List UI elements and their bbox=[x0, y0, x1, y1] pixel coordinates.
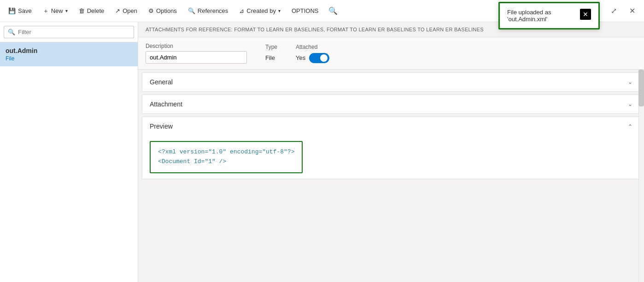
attached-value: Yes bbox=[296, 52, 305, 64]
chevron-down-icon-2: ▾ bbox=[278, 8, 281, 13]
chevron-down-icon: ▾ bbox=[65, 8, 68, 13]
sidebar-item-out-admin[interactable]: out.Admin File bbox=[0, 42, 138, 66]
sections-list: General ⌄ Attachment ⌄ Preview ⌄ bbox=[138, 70, 644, 282]
close-button[interactable]: ✕ bbox=[624, 3, 640, 19]
toggle-knob bbox=[320, 54, 328, 62]
attached-field: Attached Yes bbox=[296, 44, 329, 64]
filter-icon: ⊿ bbox=[239, 7, 244, 14]
popout-button[interactable]: ⤢ bbox=[605, 3, 622, 19]
attached-label: Attached bbox=[296, 44, 329, 50]
toast-close-button[interactable]: ✕ bbox=[580, 9, 591, 20]
attached-toggle-wrapper: Yes bbox=[296, 52, 329, 64]
scroll-thumb[interactable] bbox=[638, 70, 644, 106]
attachment-section-title: Attachment bbox=[150, 100, 182, 108]
general-section-title: General bbox=[150, 78, 173, 86]
sidebar: 🔍 out.Admin File bbox=[0, 22, 138, 282]
attachment-section: Attachment ⌄ bbox=[142, 94, 640, 114]
type-label: Type bbox=[265, 44, 277, 50]
preview-section: Preview ⌄ <?xml version="1.0" encoding="… bbox=[142, 117, 640, 179]
preview-content: <?xml version="1.0" encoding="utf-8"?> <… bbox=[142, 135, 640, 179]
code-block: <?xml version="1.0" encoding="utf-8"?> <… bbox=[150, 141, 303, 173]
code-line-1: <?xml version="1.0" encoding="utf-8"?> bbox=[158, 147, 294, 157]
new-button[interactable]: ＋ New ▾ bbox=[38, 4, 72, 18]
close-icon: ✕ bbox=[629, 6, 635, 15]
options-caps-button[interactable]: OPTIONS bbox=[287, 5, 323, 17]
form-area: Description Type File Attached Yes bbox=[138, 37, 644, 70]
description-label: Description bbox=[146, 43, 247, 49]
general-chevron-icon: ⌄ bbox=[628, 79, 632, 85]
main-layout: 🔍 out.Admin File ATTACHMENTS FOR REFEREN… bbox=[0, 22, 644, 282]
open-button[interactable]: ↗ Open bbox=[111, 5, 142, 17]
description-field: Description bbox=[146, 43, 247, 64]
delete-icon: 🗑 bbox=[79, 7, 85, 14]
sidebar-item-name: out.Admin bbox=[6, 47, 132, 54]
content-scroll: General ⌄ Attachment ⌄ Preview ⌄ bbox=[138, 70, 644, 282]
sidebar-search-area: 🔍 bbox=[0, 22, 138, 42]
references-button[interactable]: 🔍 References bbox=[183, 5, 233, 17]
general-section-header[interactable]: General ⌄ bbox=[142, 73, 640, 91]
popout-icon: ⤢ bbox=[611, 6, 617, 15]
attachment-section-header[interactable]: Attachment ⌄ bbox=[142, 95, 640, 113]
preview-section-header[interactable]: Preview ⌄ bbox=[142, 117, 640, 135]
options-button[interactable]: ⚙ Options bbox=[144, 5, 181, 17]
attached-toggle[interactable] bbox=[309, 53, 329, 63]
search-icon: 🔍 bbox=[188, 7, 195, 14]
plus-icon: ＋ bbox=[43, 7, 49, 15]
save-icon: 💾 bbox=[8, 7, 16, 14]
toast-notification: File uploaded as'out.Admin.xml' ✕ bbox=[498, 2, 600, 29]
delete-button[interactable]: 🗑 Delete bbox=[74, 5, 109, 17]
preview-section-title: Preview bbox=[150, 123, 173, 130]
sidebar-item-sub: File bbox=[6, 55, 132, 62]
gear-icon: ⚙ bbox=[148, 7, 154, 14]
type-field: Type File bbox=[265, 44, 277, 64]
code-line-2: <Document Id="1" /> bbox=[158, 157, 294, 167]
save-button[interactable]: 💾 Save bbox=[4, 5, 36, 17]
open-icon: ↗ bbox=[115, 7, 120, 14]
content-area: ATTACHMENTS FOR REFERENCE: FORMAT TO LEA… bbox=[138, 22, 644, 282]
filter-search-icon: 🔍 bbox=[8, 29, 15, 35]
filter-input-wrapper[interactable]: 🔍 bbox=[4, 26, 134, 38]
created-by-button[interactable]: ⊿ Created by ▾ bbox=[234, 5, 285, 17]
type-value: File bbox=[265, 52, 277, 64]
search-toolbar-button[interactable]: 🔍 bbox=[325, 3, 341, 19]
description-input[interactable] bbox=[146, 51, 247, 64]
toolbar: 💾 Save ＋ New ▾ 🗑 Delete ↗ Open ⚙ Options… bbox=[0, 0, 644, 22]
preview-chevron-icon: ⌄ bbox=[628, 123, 632, 129]
filter-input[interactable] bbox=[18, 29, 130, 35]
general-section: General ⌄ bbox=[142, 72, 640, 92]
scroll-track[interactable] bbox=[638, 70, 644, 282]
attachment-chevron-icon: ⌄ bbox=[628, 101, 632, 107]
toast-message: File uploaded as'out.Admin.xml' bbox=[507, 9, 576, 23]
search-icon-2: 🔍 bbox=[328, 6, 338, 15]
